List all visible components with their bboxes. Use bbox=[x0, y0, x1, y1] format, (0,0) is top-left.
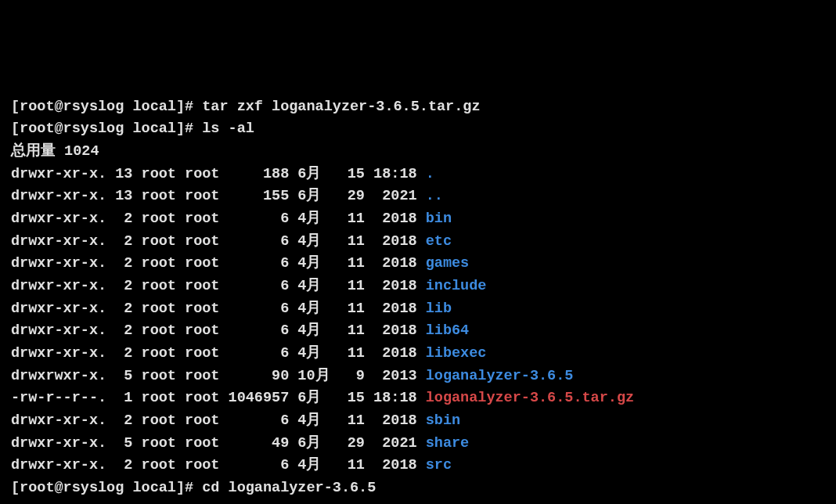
command-text: cd loganalyzer-3.6.5 bbox=[202, 480, 376, 496]
output-line: 总用量 1024 bbox=[11, 141, 825, 164]
ls-row: drwxr-xr-x. 13 root root 155 6月 29 2021 … bbox=[11, 185, 825, 208]
ls-row: drwxr-xr-x. 2 root root 6 4月 11 2018 lib… bbox=[11, 343, 825, 365]
file-name: lib bbox=[426, 301, 452, 317]
ls-row: drwxr-xr-x. 5 root root 49 6月 29 2021 sh… bbox=[11, 433, 825, 455]
prompt-line: [root@rsyslog loganalyzer-3.6.5]# mkdir … bbox=[11, 500, 825, 504]
ls-row: drwxr-xr-x. 2 root root 6 4月 11 2018 gam… bbox=[11, 253, 825, 275]
file-name: etc bbox=[426, 233, 452, 250]
file-name: loganalyzer-3.6.5 bbox=[426, 368, 574, 384]
shell-prompt: [root@rsyslog local]# bbox=[11, 99, 202, 115]
prompt-line: [root@rsyslog local]# cd loganalyzer-3.6… bbox=[11, 477, 825, 500]
ls-row: drwxr-xr-x. 2 root root 6 4月 11 2018 lib bbox=[11, 298, 825, 321]
file-name: src bbox=[426, 457, 452, 473]
ls-row: drwxr-xr-x. 2 root root 6 4月 11 2018 src bbox=[11, 455, 825, 477]
file-name: lib64 bbox=[426, 322, 470, 339]
file-name: games bbox=[426, 255, 470, 272]
ls-row: -rw-r--r--. 1 root root 1046957 6月 15 18… bbox=[11, 387, 825, 410]
file-name: share bbox=[426, 435, 470, 452]
ls-row: drwxr-xr-x. 2 root root 6 4月 11 2018 inc… bbox=[11, 275, 825, 298]
ls-row: drwxr-xr-x. 13 root root 188 6月 15 18:18… bbox=[11, 164, 825, 186]
file-name: loganalyzer-3.6.5.tar.gz bbox=[426, 390, 634, 406]
file-name: . bbox=[426, 166, 434, 182]
file-name: bin bbox=[426, 211, 452, 227]
shell-prompt: [root@rsyslog local]# bbox=[11, 480, 202, 496]
ls-row: drwxrwxr-x. 5 root root 90 10月 9 2013 lo… bbox=[11, 365, 825, 388]
ls-row: drwxr-xr-x. 2 root root 6 4月 11 2018 bin bbox=[11, 208, 825, 231]
ls-row: drwxr-xr-x. 2 root root 6 4月 11 2018 etc bbox=[11, 231, 825, 254]
ls-row: drwxr-xr-x. 2 root root 6 4月 11 2018 lib… bbox=[11, 320, 825, 343]
file-name: libexec bbox=[426, 345, 487, 362]
prompt-line: [root@rsyslog local]# ls -al bbox=[11, 118, 825, 141]
prompt-line: [root@rsyslog local]# tar zxf loganalyze… bbox=[11, 96, 825, 119]
ls-row: drwxr-xr-x. 2 root root 6 4月 11 2018 sbi… bbox=[11, 410, 825, 433]
terminal-output[interactable]: [root@rsyslog local]# tar zxf loganalyze… bbox=[11, 96, 825, 504]
file-name: sbin bbox=[426, 412, 460, 429]
command-text: ls -al bbox=[202, 121, 254, 137]
file-name: .. bbox=[426, 188, 443, 204]
shell-prompt: [root@rsyslog local]# bbox=[11, 121, 202, 137]
command-text: tar zxf loganalyzer-3.6.5.tar.gz bbox=[202, 99, 480, 115]
file-name: include bbox=[426, 278, 487, 294]
